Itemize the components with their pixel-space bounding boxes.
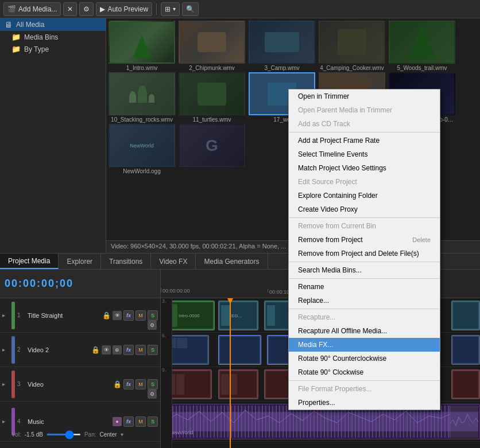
- track-m-button[interactable]: M: [136, 379, 146, 389]
- track-number: 2: [17, 346, 25, 353]
- media-status-text: Video: 960×540×24, 30.000 fps, 00:00:02:…: [111, 243, 286, 250]
- media-item[interactable]: 3_Camp.wmv: [249, 21, 318, 71]
- ctx-rename[interactable]: Rename: [289, 280, 440, 294]
- timeline-clip[interactable]: EG...: [218, 301, 258, 330]
- pan-label: Pan:: [84, 431, 96, 438]
- track-settings-icon[interactable]: ⚙: [148, 389, 157, 399]
- tab-project-media[interactable]: Project Media: [0, 254, 59, 269]
- tab-transitions[interactable]: Transitions: [101, 254, 151, 269]
- ctx-rotate-counterclockwise[interactable]: Rotate 90° Counterclockwise: [289, 352, 440, 365]
- timeline-clip[interactable]: [218, 335, 261, 365]
- ctx-match-project-video[interactable]: Match Project Video Settings: [289, 161, 440, 175]
- track-mute-icon[interactable]: 👁: [113, 311, 122, 320]
- timeline-clip[interactable]: [451, 301, 480, 330]
- view-options-button[interactable]: ⊞ ▾: [161, 2, 180, 16]
- track-extra-icon[interactable]: ⊕: [113, 345, 122, 354]
- ctx-recapture-offline[interactable]: Recapture All Offline Media...: [289, 324, 440, 338]
- tab-video-fx[interactable]: Video FX: [151, 254, 196, 269]
- track-fx-button[interactable]: fx: [123, 379, 134, 389]
- ctx-explore-containing-folder[interactable]: Explore Containing Folder: [289, 189, 440, 202]
- tab-label: Project Media: [8, 257, 50, 265]
- media-item[interactable]: 5_Woods_trail.wmv: [389, 21, 458, 71]
- ctx-add-project-frame-rate[interactable]: Add at Project Frame Rate: [289, 134, 440, 147]
- ctx-open-trimmer[interactable]: Open in Trimmer: [289, 89, 440, 103]
- track-color-indicator: [11, 371, 15, 398]
- media-item[interactable]: NewWorld NewWorld.ogg: [109, 124, 177, 174]
- ctx-select-timeline-events[interactable]: Select Timeline Events: [289, 147, 440, 161]
- track-number: 1: [17, 312, 25, 318]
- track-expand-icon[interactable]: ▸: [2, 346, 9, 353]
- sidebar-item-label: All Media: [16, 21, 44, 29]
- ctx-search-media-bins[interactable]: Search Media Bins...: [289, 263, 440, 277]
- track-expand-icon[interactable]: ▸: [2, 381, 9, 388]
- play-icon: ▶: [100, 5, 105, 13]
- settings-button[interactable]: ⚙: [79, 2, 94, 16]
- auto-preview-button[interactable]: ▶ Auto Preview: [96, 2, 152, 16]
- media-item[interactable]: 11_turtles.wmv: [179, 72, 247, 123]
- track-mute-icon[interactable]: 👁: [102, 345, 111, 354]
- gear-icon: ⚙: [83, 5, 90, 13]
- close-button[interactable]: ✕: [63, 2, 77, 16]
- sidebar-item-label: By Type: [24, 45, 49, 53]
- track-fx-button[interactable]: fx: [123, 416, 134, 427]
- volume-slider[interactable]: [47, 434, 81, 435]
- media-item[interactable]: 1_Intro.wmv: [109, 21, 177, 71]
- track-s-button[interactable]: S: [148, 416, 158, 427]
- search-button[interactable]: 🔍: [182, 2, 199, 16]
- add-media-button[interactable]: 🎬 Add Media...: [3, 2, 61, 16]
- track-expand-icon[interactable]: ▸: [2, 418, 9, 425]
- media-item[interactable]: G: [179, 124, 247, 174]
- all-media-icon: 🖥: [5, 20, 13, 29]
- ctx-shortcut: Delete: [412, 236, 431, 243]
- timeline-numbers: 3. 6. 9.: [161, 298, 172, 448]
- timeline-clip[interactable]: [451, 335, 480, 365]
- media-label: 5_Woods_trail.wmv: [389, 65, 455, 71]
- track-lock-icon[interactable]: 🔒: [91, 346, 100, 354]
- volume-value: -1.5 dB: [25, 431, 43, 438]
- ctx-remove-from-project[interactable]: Remove from Project Delete: [289, 233, 440, 247]
- ctx-properties[interactable]: Properties...: [289, 396, 440, 410]
- ctx-rotate-clockwise[interactable]: Rotate 90° Clockwise: [289, 365, 440, 379]
- ctx-replace[interactable]: Replace...: [289, 294, 440, 307]
- tab-label: Transitions: [109, 258, 142, 266]
- media-item[interactable]: 10_Stacking_rocks.wmv: [109, 72, 177, 123]
- media-label: 10_Stacking_rocks.wmv: [109, 116, 175, 123]
- context-menu: Open in Trimmer Open Parent Media in Tri…: [288, 89, 440, 410]
- timeline-clip[interactable]: [218, 369, 258, 399]
- media-item[interactable]: 4_Camping_Cooker.wmv: [319, 21, 388, 71]
- sidebar-item-by-type[interactable]: 📁 By Type: [0, 43, 106, 55]
- track-m-button[interactable]: M: [136, 310, 146, 321]
- media-thumbnail: [389, 21, 455, 64]
- track-lock-icon[interactable]: 🔒: [113, 380, 122, 388]
- ctx-media-fx[interactable]: Media FX...: [289, 338, 440, 352]
- track-m-button[interactable]: M: [136, 345, 146, 355]
- track-lock-icon[interactable]: 🔒: [102, 311, 111, 320]
- media-item[interactable]: 2_Chipmunk.wmv: [179, 21, 247, 71]
- track-s-button[interactable]: S: [148, 379, 158, 389]
- media-label: 4_Camping_Cooker.wmv: [319, 65, 385, 71]
- track-settings-icon[interactable]: ⚙: [148, 321, 157, 330]
- pan-value: Center: [100, 431, 117, 438]
- track-fx-button[interactable]: fx: [123, 310, 134, 321]
- folder-icon: 📁: [11, 45, 21, 53]
- track-s-button[interactable]: S: [148, 310, 158, 321]
- track-row-2: ▸ 2 Video 2 🔒 👁 ⊕ fx M S: [0, 333, 160, 367]
- track-controls: 🔒 👁 fx M S: [102, 310, 158, 321]
- sidebar-item-all-media[interactable]: 🖥 All Media: [0, 18, 106, 31]
- ctx-add-cd-track: Add as CD Track: [289, 117, 440, 131]
- track-m-button[interactable]: M: [136, 416, 146, 427]
- ctx-remove-delete-files[interactable]: Remove from Project and Delete File(s): [289, 247, 440, 260]
- ctx-edit-source-project: Edit Source Project: [289, 175, 440, 189]
- track-s-button[interactable]: S: [148, 345, 158, 355]
- track-fx-button[interactable]: fx: [123, 345, 134, 355]
- tab-label: Media Generators: [204, 258, 259, 266]
- track-expand-icon[interactable]: ▸: [2, 312, 9, 319]
- media-label: NewWorld.ogg: [109, 168, 175, 174]
- tab-explorer[interactable]: Explorer: [59, 254, 101, 269]
- timeline-clip[interactable]: [451, 369, 480, 399]
- tab-media-generators[interactable]: Media Generators: [196, 254, 268, 269]
- ctx-create-video-proxy[interactable]: Create Video Proxy: [289, 202, 440, 216]
- track-audio-icon[interactable]: ●: [113, 417, 122, 426]
- ctx-recapture: Recapture...: [289, 310, 440, 324]
- sidebar-item-media-bins[interactable]: 📁 Media Bins: [0, 31, 106, 43]
